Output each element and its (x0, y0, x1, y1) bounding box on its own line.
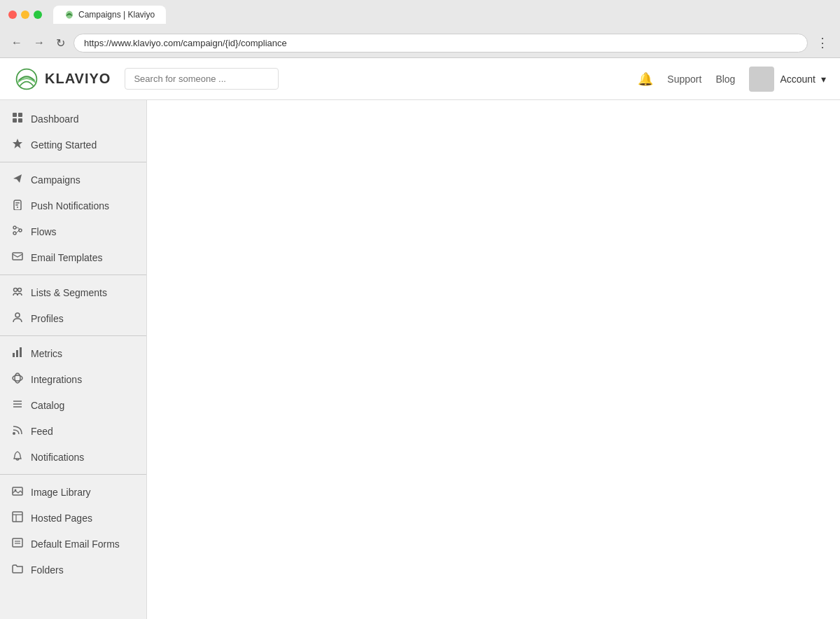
catalog-icon (11, 398, 24, 412)
svg-rect-17 (20, 347, 22, 357)
svg-rect-6 (15, 202, 20, 204)
support-link[interactable]: Support (667, 74, 701, 85)
tab-favicon (64, 10, 74, 20)
svg-rect-7 (15, 204, 18, 206)
svg-rect-16 (16, 350, 18, 357)
feed-icon (11, 424, 24, 438)
svg-point-19 (15, 373, 20, 383)
blog-link[interactable]: Blog (715, 74, 735, 85)
sidebar-divider (0, 335, 146, 336)
sidebar-item-image-library[interactable]: Image Library (0, 479, 146, 505)
bell-button[interactable]: 🔔 (638, 71, 653, 87)
header: KLAVIYO 🔔 Support Blog Account ▾ (0, 58, 840, 100)
sidebar-divider (0, 162, 146, 162)
sidebar-item-label-notifications: Notifications (31, 452, 84, 463)
sidebar-item-label-email-templates: Email Templates (31, 252, 102, 263)
browser-chrome: Campaigns | Klaviyo ← → ↻ ⋮ (0, 0, 840, 58)
browser-title-bar: Campaigns | Klaviyo (0, 0, 840, 29)
app: KLAVIYO 🔔 Support Blog Account ▾ Dashboa… (0, 58, 840, 619)
sidebar-item-profiles[interactable]: Profiles (0, 305, 146, 331)
sidebar-item-label-lists-segments: Lists & Segments (31, 287, 107, 298)
browser-tabs: Campaigns | Klaviyo (53, 6, 166, 24)
refresh-button[interactable]: ↻ (53, 34, 68, 53)
dashboard-icon (11, 112, 24, 125)
svg-rect-11 (13, 253, 22, 260)
sidebar-item-catalog[interactable]: Catalog (0, 392, 146, 418)
maximize-dot[interactable] (34, 11, 42, 19)
sidebar-item-label-campaigns: Campaigns (31, 174, 80, 186)
svg-point-18 (13, 375, 22, 381)
svg-rect-29 (13, 538, 22, 547)
sidebar-item-dashboard[interactable]: Dashboard (0, 106, 146, 132)
svg-rect-2 (13, 118, 17, 123)
more-button[interactable]: ⋮ (813, 32, 832, 53)
sidebar-item-metrics[interactable]: Metrics (0, 340, 146, 366)
folders-icon (11, 563, 24, 576)
sidebar-item-push-notifications[interactable]: Push Notifications (0, 193, 146, 218)
sidebar-item-label-flows: Flows (31, 226, 57, 237)
sidebar-item-label-push-notifications: Push Notifications (31, 200, 109, 211)
svg-point-23 (13, 432, 15, 435)
sidebar-item-hosted-pages[interactable]: Hosted Pages (0, 505, 146, 531)
content: DashboardGetting StartedCampaignsPush No… (0, 100, 840, 619)
svg-rect-1 (18, 113, 22, 117)
sidebar-item-label-image-library: Image Library (31, 487, 91, 498)
image-library-icon (11, 485, 24, 499)
tab-title: Campaigns | Klaviyo (78, 10, 155, 20)
svg-point-14 (15, 313, 20, 317)
forward-button[interactable]: → (31, 34, 48, 52)
account-avatar (749, 67, 774, 92)
svg-point-13 (18, 288, 22, 292)
email-templates-icon (11, 251, 24, 264)
lists-segments-icon (11, 286, 24, 299)
push-notifications-icon (11, 199, 24, 212)
svg-point-10 (13, 232, 16, 235)
hosted-pages-icon (11, 511, 24, 524)
sidebar-item-getting-started[interactable]: Getting Started (0, 132, 146, 158)
integrations-icon (11, 373, 24, 386)
address-bar[interactable] (74, 34, 808, 53)
sidebar-item-email-templates[interactable]: Email Templates (0, 244, 146, 270)
notifications-icon (11, 450, 24, 464)
campaigns-icon (11, 173, 24, 186)
sidebar-item-flows[interactable]: Flows (0, 218, 146, 244)
sidebar-item-label-hosted-pages: Hosted Pages (31, 513, 92, 524)
browser-dots (8, 11, 42, 19)
profiles-icon (11, 312, 24, 325)
sidebar-item-label-catalog: Catalog (31, 400, 64, 411)
account-button[interactable]: Account ▾ (749, 67, 826, 92)
sidebar-item-folders[interactable]: Folders (0, 557, 146, 583)
sidebar-item-feed[interactable]: Feed (0, 418, 146, 444)
svg-point-12 (14, 288, 18, 292)
sidebar-item-lists-segments[interactable]: Lists & Segments (0, 279, 146, 305)
klaviyo-logo-icon (14, 67, 39, 92)
main-content (147, 100, 840, 619)
svg-point-8 (13, 226, 16, 229)
close-dot[interactable] (8, 11, 17, 19)
sidebar-item-integrations[interactable]: Integrations (0, 366, 146, 392)
sidebar-item-default-email-forms[interactable]: Default Email Forms (0, 531, 146, 557)
search-box (125, 68, 279, 90)
logo: KLAVIYO (14, 67, 111, 92)
back-button[interactable]: ← (8, 34, 25, 52)
account-label: Account (780, 74, 816, 85)
browser-tab[interactable]: Campaigns | Klaviyo (53, 6, 166, 24)
sidebar-item-label-dashboard: Dashboard (31, 113, 79, 125)
sidebar-item-label-integrations: Integrations (31, 374, 82, 385)
sidebar-item-label-default-email-forms: Default Email Forms (31, 538, 120, 550)
sidebar-item-notifications[interactable]: Notifications (0, 444, 146, 470)
svg-rect-26 (13, 512, 22, 522)
default-email-forms-icon (11, 537, 24, 550)
sidebar-divider (0, 274, 146, 275)
svg-rect-15 (13, 353, 15, 357)
minimize-dot[interactable] (21, 11, 29, 19)
sidebar-item-label-getting-started: Getting Started (31, 139, 97, 151)
svg-rect-3 (18, 118, 22, 123)
metrics-icon (11, 347, 24, 360)
browser-address-bar: ← → ↻ ⋮ (0, 29, 840, 57)
sidebar-item-campaigns[interactable]: Campaigns (0, 167, 146, 193)
search-input[interactable] (125, 68, 279, 90)
sidebar: DashboardGetting StartedCampaignsPush No… (0, 100, 147, 619)
account-chevron-icon: ▾ (821, 74, 826, 85)
getting-started-icon (11, 138, 24, 151)
